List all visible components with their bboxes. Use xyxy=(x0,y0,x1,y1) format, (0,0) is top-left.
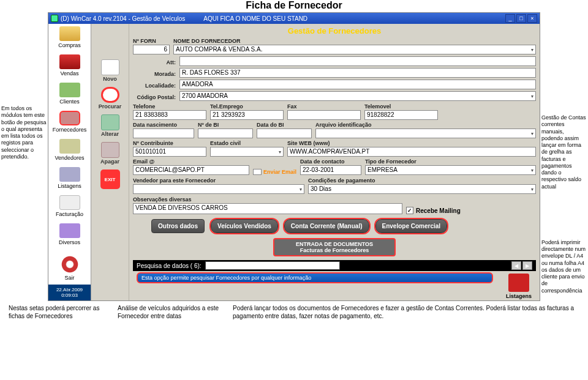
databi-label: Data do BI xyxy=(257,122,312,128)
sidebar-label: Diversos xyxy=(59,239,80,245)
sidebar-datetime: 22.Abr.2009 0:09:03 xyxy=(48,285,91,300)
obs-label: Observações diversas xyxy=(133,196,402,203)
email-input[interactable]: COMERCIAL@SAPO.PT xyxy=(133,165,249,175)
sidebar-item-clientes[interactable]: Clientes xyxy=(48,80,91,108)
minimize-button[interactable]: _ xyxy=(505,14,515,23)
datanasc-input[interactable] xyxy=(133,129,194,138)
procurar-icon xyxy=(101,87,119,103)
search-input[interactable] xyxy=(205,261,340,270)
sidebar-item-facturacao[interactable]: Facturação xyxy=(48,193,91,221)
sidebar-label: Clientes xyxy=(59,99,80,105)
facturacao-icon xyxy=(59,195,80,210)
sidebar-item-vendedores[interactable]: Vendedores xyxy=(48,136,91,165)
titlebar-stand: AQUI FICA O NOME DO SEU STAND xyxy=(203,15,307,22)
centerbox-line2: Facturas de Fornecedores xyxy=(278,247,391,253)
obs-input[interactable]: VENDA DE DIVERSOS CARROS xyxy=(133,203,402,214)
arquivo-input[interactable] xyxy=(315,129,536,138)
condpag-input[interactable]: 30 Dias xyxy=(308,184,536,194)
databi-input[interactable] xyxy=(257,129,312,138)
sidebar-time: 0:09:03 xyxy=(50,292,89,298)
prev-record-button[interactable]: ◀ xyxy=(511,261,521,270)
vendedores-icon xyxy=(59,139,80,154)
tool-label: Novo xyxy=(103,76,117,82)
tool-apagar[interactable]: Apagar xyxy=(91,140,129,168)
enviar-email-label: Enviar Email xyxy=(263,169,296,175)
annotation-right-1: Gestão de Contas correntes manuais, pode… xyxy=(541,114,587,190)
nome-input[interactable]: AUTO COMPRA & VENDA S.A. xyxy=(173,45,536,54)
morada-input[interactable]: R. DAS FLORES 337 xyxy=(179,68,536,78)
att-input[interactable] xyxy=(179,56,536,66)
tool-exit[interactable]: EXIT xyxy=(91,168,129,192)
envelope-comercial-button[interactable]: Envelope Comercial xyxy=(375,219,448,233)
tool-procurar[interactable]: Procurar xyxy=(91,85,129,113)
siteweb-label: Site WEB (www) xyxy=(287,140,536,146)
tipoforn-input[interactable]: EMPRESA xyxy=(365,165,536,175)
close-button[interactable]: × xyxy=(527,14,537,23)
datacontacto-label: Data de contacto xyxy=(300,158,361,165)
ncontr-label: Nº Contribuinte xyxy=(133,140,206,146)
cp-input[interactable]: 2700 AMADORA xyxy=(179,91,536,101)
recebe-mailing-checkbox[interactable]: ✓Recebe Mailing xyxy=(406,207,461,214)
sidebar-label: Sair xyxy=(64,275,74,281)
fax-input[interactable] xyxy=(287,110,361,120)
sidebar-item-compras[interactable]: Compras xyxy=(48,24,91,52)
sidebar-item-fornecedores[interactable]: Fornecedores xyxy=(48,108,91,136)
telefone-input[interactable]: 21 8383883 xyxy=(133,110,206,120)
vendedor-label: Vendedor para este Fornecedor xyxy=(133,177,304,184)
ncontr-input[interactable]: 501010101 xyxy=(133,147,206,157)
module-title: Gestão de Fornecedores xyxy=(133,26,536,35)
titlebar: (D) WinCar 4.0 rev.2104 - Gestão de Veíc… xyxy=(48,13,540,24)
att-label: Att: xyxy=(167,59,176,65)
sidebar-item-listagens[interactable]: Listagens xyxy=(48,165,91,193)
sidebar-item-diversos[interactable]: Diversos xyxy=(48,221,91,249)
outros-dados-button[interactable]: Outros dados xyxy=(151,219,205,233)
nbi-input[interactable] xyxy=(198,129,253,138)
veiculos-vendidos-button[interactable]: Veículos Vendidos xyxy=(211,219,278,233)
telemp-input[interactable]: 21 3293923 xyxy=(210,110,284,120)
compras-icon xyxy=(59,26,80,41)
localidade-input[interactable]: AMADORA xyxy=(179,80,536,89)
morada-label: Morada: xyxy=(154,71,176,77)
estadocivil-label: Estado civil xyxy=(210,140,284,146)
conta-corrente-button[interactable]: Conta Corrente (Manual) xyxy=(284,219,369,233)
fax-label: Fax xyxy=(287,103,361,110)
estadocivil-input[interactable] xyxy=(210,147,284,157)
sidebar-item-vendas[interactable]: Vendas xyxy=(48,52,91,80)
content-area: Gestão de Fornecedores Nº FORN6 NOME DO … xyxy=(129,24,540,300)
telemovel-input[interactable]: 91828822 xyxy=(364,110,438,120)
sidebar-label: Listagens xyxy=(58,183,81,189)
search-label: Pesquisa de dados ( 6): xyxy=(137,263,202,269)
vendedor-input[interactable] xyxy=(133,184,304,194)
sidebar-label: Facturação xyxy=(56,211,83,217)
siteweb-input[interactable]: WWW.ACOMPRAVENDA.PT xyxy=(287,147,536,157)
search-bar: Pesquisa de dados ( 6): ◀ ▶ xyxy=(133,260,536,271)
datanasc-label: Data nascimento xyxy=(133,122,194,128)
telemovel-label: Telemovel xyxy=(364,103,438,110)
clientes-icon xyxy=(59,83,80,97)
nforn-input[interactable]: 6 xyxy=(133,45,170,54)
telemp-label: Tel.Emprego xyxy=(210,103,284,110)
listagens-side-button[interactable]: Listagens xyxy=(502,274,536,299)
datacontacto-input[interactable]: 22-03-2001 xyxy=(300,165,361,175)
sidebar-item-sair[interactable]: Sair xyxy=(48,249,91,285)
tip-bar: Esta opção permite pesquisar Fornecedore… xyxy=(137,272,493,283)
checkbox-icon: ✓ xyxy=(406,207,413,214)
entrada-documentos-button[interactable]: ENTRADA DE DOCUMENTOS Facturas de Fornec… xyxy=(273,238,396,256)
cp-label: Código Postal: xyxy=(137,94,176,100)
sidebar-label: Vendas xyxy=(60,70,78,76)
nbi-label: Nº de BI xyxy=(198,122,253,128)
tool-alterar[interactable]: Alterar xyxy=(91,113,129,140)
email-label: Email @ xyxy=(133,158,249,165)
maximize-button[interactable]: □ xyxy=(516,14,526,23)
enviar-email-link[interactable]: Enviar Email xyxy=(253,169,296,175)
annotation-bottom-3: Poderá lançar todos os documentos de For… xyxy=(233,305,579,320)
tool-column: Novo Procurar Alterar Apagar EXIT xyxy=(91,24,129,300)
listagens-side-label: Listagens xyxy=(506,293,532,299)
tool-novo[interactable]: Novo xyxy=(91,58,129,85)
arquivo-label: Arquivo identificação xyxy=(315,122,536,128)
centerbox-line1: ENTRADA DE DOCUMENTOS xyxy=(278,241,391,247)
annotation-bottom-1: Nestas setas poderá percorrer as fichas … xyxy=(9,305,107,320)
vendas-icon xyxy=(59,54,80,69)
sidebar-label: Compras xyxy=(58,42,81,48)
next-record-button[interactable]: ▶ xyxy=(522,261,532,270)
